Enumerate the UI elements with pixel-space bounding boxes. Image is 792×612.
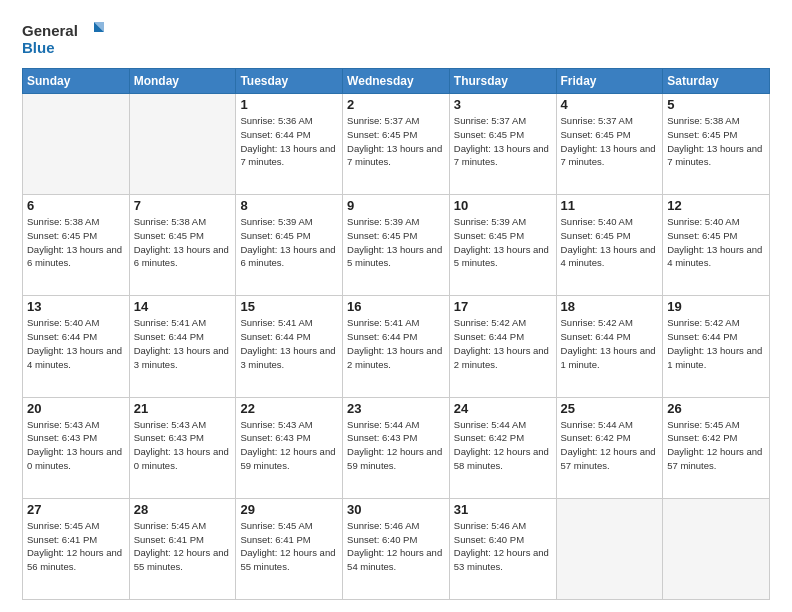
calendar-cell: 15Sunrise: 5:41 AM Sunset: 6:44 PM Dayli…	[236, 296, 343, 397]
header: General Blue	[22, 18, 770, 60]
calendar-table: SundayMondayTuesdayWednesdayThursdayFrid…	[22, 68, 770, 600]
day-info: Sunrise: 5:40 AM Sunset: 6:45 PM Dayligh…	[561, 215, 659, 270]
day-number: 24	[454, 401, 552, 416]
day-number: 29	[240, 502, 338, 517]
day-number: 3	[454, 97, 552, 112]
day-number: 12	[667, 198, 765, 213]
day-number: 13	[27, 299, 125, 314]
logo-svg: General Blue	[22, 18, 112, 60]
day-info: Sunrise: 5:41 AM Sunset: 6:44 PM Dayligh…	[134, 316, 232, 371]
calendar-cell: 26Sunrise: 5:45 AM Sunset: 6:42 PM Dayli…	[663, 397, 770, 498]
day-number: 10	[454, 198, 552, 213]
calendar-cell: 14Sunrise: 5:41 AM Sunset: 6:44 PM Dayli…	[129, 296, 236, 397]
day-number: 14	[134, 299, 232, 314]
day-number: 19	[667, 299, 765, 314]
calendar-header-row: SundayMondayTuesdayWednesdayThursdayFrid…	[23, 69, 770, 94]
day-info: Sunrise: 5:43 AM Sunset: 6:43 PM Dayligh…	[240, 418, 338, 473]
weekday-header: Monday	[129, 69, 236, 94]
calendar-cell: 12Sunrise: 5:40 AM Sunset: 6:45 PM Dayli…	[663, 195, 770, 296]
calendar-cell	[23, 94, 130, 195]
day-info: Sunrise: 5:38 AM Sunset: 6:45 PM Dayligh…	[667, 114, 765, 169]
calendar-cell: 7Sunrise: 5:38 AM Sunset: 6:45 PM Daylig…	[129, 195, 236, 296]
calendar-cell: 9Sunrise: 5:39 AM Sunset: 6:45 PM Daylig…	[343, 195, 450, 296]
day-info: Sunrise: 5:39 AM Sunset: 6:45 PM Dayligh…	[454, 215, 552, 270]
day-number: 23	[347, 401, 445, 416]
calendar-cell: 6Sunrise: 5:38 AM Sunset: 6:45 PM Daylig…	[23, 195, 130, 296]
calendar-cell: 1Sunrise: 5:36 AM Sunset: 6:44 PM Daylig…	[236, 94, 343, 195]
day-info: Sunrise: 5:38 AM Sunset: 6:45 PM Dayligh…	[134, 215, 232, 270]
day-number: 27	[27, 502, 125, 517]
calendar-cell: 24Sunrise: 5:44 AM Sunset: 6:42 PM Dayli…	[449, 397, 556, 498]
calendar-week-row: 1Sunrise: 5:36 AM Sunset: 6:44 PM Daylig…	[23, 94, 770, 195]
weekday-header: Sunday	[23, 69, 130, 94]
calendar-cell: 28Sunrise: 5:45 AM Sunset: 6:41 PM Dayli…	[129, 498, 236, 599]
day-number: 22	[240, 401, 338, 416]
day-info: Sunrise: 5:37 AM Sunset: 6:45 PM Dayligh…	[454, 114, 552, 169]
calendar-cell: 4Sunrise: 5:37 AM Sunset: 6:45 PM Daylig…	[556, 94, 663, 195]
day-number: 2	[347, 97, 445, 112]
calendar-cell: 10Sunrise: 5:39 AM Sunset: 6:45 PM Dayli…	[449, 195, 556, 296]
day-number: 17	[454, 299, 552, 314]
calendar-week-row: 20Sunrise: 5:43 AM Sunset: 6:43 PM Dayli…	[23, 397, 770, 498]
calendar-cell: 29Sunrise: 5:45 AM Sunset: 6:41 PM Dayli…	[236, 498, 343, 599]
calendar-cell: 27Sunrise: 5:45 AM Sunset: 6:41 PM Dayli…	[23, 498, 130, 599]
day-info: Sunrise: 5:44 AM Sunset: 6:42 PM Dayligh…	[561, 418, 659, 473]
day-number: 25	[561, 401, 659, 416]
day-number: 20	[27, 401, 125, 416]
day-number: 7	[134, 198, 232, 213]
calendar-cell: 20Sunrise: 5:43 AM Sunset: 6:43 PM Dayli…	[23, 397, 130, 498]
calendar-cell: 21Sunrise: 5:43 AM Sunset: 6:43 PM Dayli…	[129, 397, 236, 498]
calendar-cell: 22Sunrise: 5:43 AM Sunset: 6:43 PM Dayli…	[236, 397, 343, 498]
day-info: Sunrise: 5:44 AM Sunset: 6:43 PM Dayligh…	[347, 418, 445, 473]
calendar-cell	[556, 498, 663, 599]
day-info: Sunrise: 5:46 AM Sunset: 6:40 PM Dayligh…	[454, 519, 552, 574]
calendar-cell: 17Sunrise: 5:42 AM Sunset: 6:44 PM Dayli…	[449, 296, 556, 397]
day-info: Sunrise: 5:44 AM Sunset: 6:42 PM Dayligh…	[454, 418, 552, 473]
page: General Blue SundayMondayTuesdayWednesda…	[0, 0, 792, 612]
day-info: Sunrise: 5:40 AM Sunset: 6:45 PM Dayligh…	[667, 215, 765, 270]
day-number: 8	[240, 198, 338, 213]
calendar-cell: 16Sunrise: 5:41 AM Sunset: 6:44 PM Dayli…	[343, 296, 450, 397]
day-info: Sunrise: 5:45 AM Sunset: 6:42 PM Dayligh…	[667, 418, 765, 473]
day-number: 30	[347, 502, 445, 517]
calendar-cell: 23Sunrise: 5:44 AM Sunset: 6:43 PM Dayli…	[343, 397, 450, 498]
weekday-header: Wednesday	[343, 69, 450, 94]
day-number: 15	[240, 299, 338, 314]
day-number: 4	[561, 97, 659, 112]
calendar-week-row: 27Sunrise: 5:45 AM Sunset: 6:41 PM Dayli…	[23, 498, 770, 599]
calendar-cell: 18Sunrise: 5:42 AM Sunset: 6:44 PM Dayli…	[556, 296, 663, 397]
calendar-cell: 25Sunrise: 5:44 AM Sunset: 6:42 PM Dayli…	[556, 397, 663, 498]
weekday-header: Saturday	[663, 69, 770, 94]
calendar-cell: 5Sunrise: 5:38 AM Sunset: 6:45 PM Daylig…	[663, 94, 770, 195]
day-info: Sunrise: 5:39 AM Sunset: 6:45 PM Dayligh…	[347, 215, 445, 270]
day-number: 9	[347, 198, 445, 213]
day-info: Sunrise: 5:45 AM Sunset: 6:41 PM Dayligh…	[240, 519, 338, 574]
day-number: 21	[134, 401, 232, 416]
calendar-cell	[663, 498, 770, 599]
day-info: Sunrise: 5:41 AM Sunset: 6:44 PM Dayligh…	[347, 316, 445, 371]
logo: General Blue	[22, 18, 112, 60]
day-info: Sunrise: 5:45 AM Sunset: 6:41 PM Dayligh…	[27, 519, 125, 574]
day-number: 28	[134, 502, 232, 517]
calendar-cell	[129, 94, 236, 195]
svg-text:General: General	[22, 22, 78, 39]
day-number: 16	[347, 299, 445, 314]
day-info: Sunrise: 5:43 AM Sunset: 6:43 PM Dayligh…	[134, 418, 232, 473]
day-number: 18	[561, 299, 659, 314]
calendar-cell: 13Sunrise: 5:40 AM Sunset: 6:44 PM Dayli…	[23, 296, 130, 397]
day-number: 26	[667, 401, 765, 416]
day-info: Sunrise: 5:37 AM Sunset: 6:45 PM Dayligh…	[561, 114, 659, 169]
day-info: Sunrise: 5:39 AM Sunset: 6:45 PM Dayligh…	[240, 215, 338, 270]
weekday-header: Friday	[556, 69, 663, 94]
day-number: 1	[240, 97, 338, 112]
calendar-cell: 3Sunrise: 5:37 AM Sunset: 6:45 PM Daylig…	[449, 94, 556, 195]
day-info: Sunrise: 5:41 AM Sunset: 6:44 PM Dayligh…	[240, 316, 338, 371]
calendar-cell: 19Sunrise: 5:42 AM Sunset: 6:44 PM Dayli…	[663, 296, 770, 397]
svg-text:Blue: Blue	[22, 39, 55, 56]
day-info: Sunrise: 5:42 AM Sunset: 6:44 PM Dayligh…	[454, 316, 552, 371]
day-info: Sunrise: 5:42 AM Sunset: 6:44 PM Dayligh…	[667, 316, 765, 371]
calendar-cell: 11Sunrise: 5:40 AM Sunset: 6:45 PM Dayli…	[556, 195, 663, 296]
day-info: Sunrise: 5:38 AM Sunset: 6:45 PM Dayligh…	[27, 215, 125, 270]
day-info: Sunrise: 5:43 AM Sunset: 6:43 PM Dayligh…	[27, 418, 125, 473]
day-info: Sunrise: 5:36 AM Sunset: 6:44 PM Dayligh…	[240, 114, 338, 169]
